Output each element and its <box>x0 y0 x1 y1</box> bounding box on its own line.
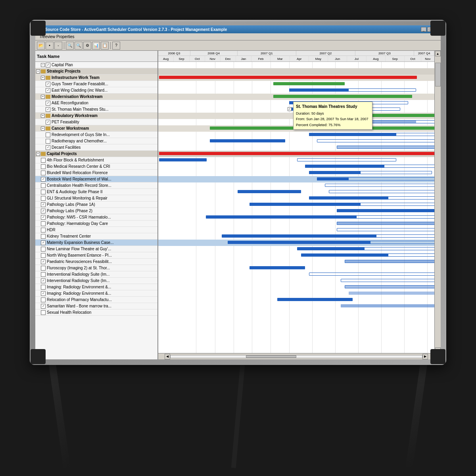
expand-icon[interactable]: − <box>36 152 40 156</box>
task-checkbox[interactable] <box>41 158 46 163</box>
gantt-row-section <box>158 151 434 157</box>
task-checkbox[interactable] <box>41 221 46 226</box>
task-checkbox[interactable]: ✓ <box>41 278 46 283</box>
expand-icon[interactable]: − <box>41 76 45 80</box>
task-checkbox[interactable]: ✓ <box>41 209 46 213</box>
task-checkbox[interactable]: ✓ <box>46 145 50 150</box>
gantt-row <box>158 81 434 87</box>
task-row: Pathology: Haematology Day Care <box>35 221 157 227</box>
task-row: 4th Floor Block & Refurbishment <box>35 157 157 163</box>
gantt-bar-outline <box>337 209 434 212</box>
task-checkbox[interactable]: ✓ <box>46 82 50 86</box>
gantt-row <box>158 284 434 290</box>
task-checkbox[interactable] <box>41 164 46 169</box>
month-cell: Aug <box>158 56 174 61</box>
task-checkbox[interactable] <box>41 247 46 251</box>
task-list: − ✓ Capital Plan − Strategic Projects <box>35 62 157 359</box>
toolbar-dot2[interactable]: - <box>54 42 62 50</box>
task-row: ✓ Imaging: Radiology Environment &... <box>35 290 157 297</box>
task-checkbox[interactable] <box>41 272 46 277</box>
expand-icon[interactable]: − <box>41 114 45 118</box>
vertical-scrollbar: ▲ ▼ <box>434 51 441 359</box>
corner-tr <box>430 21 445 36</box>
task-checkbox[interactable] <box>46 139 50 144</box>
task-checkbox[interactable]: ✓ <box>46 88 50 93</box>
toolbar-open-btn[interactable]: 📂 <box>37 42 45 50</box>
task-checkbox[interactable]: ✓ <box>41 291 46 296</box>
scroll-right-btn[interactable]: ▶ <box>422 354 428 359</box>
gantt-row <box>158 144 434 151</box>
minimize-button[interactable]: _ <box>421 27 426 32</box>
gantt-month-header: Aug Sep Oct Nov Dec Jan Feb Mar Apr May … <box>158 56 434 62</box>
task-checkbox[interactable] <box>41 266 46 271</box>
month-cell: Aug <box>367 56 386 61</box>
task-checkbox[interactable]: ✓ <box>41 304 46 309</box>
scrollbar-v-thumb[interactable] <box>435 63 441 86</box>
gantt-row-section <box>158 68 434 75</box>
gantt-bar-outline <box>309 273 434 276</box>
task-row: ✓ Interventional Radiology Suite (Im... <box>35 278 157 284</box>
task-row: − Cancer Workstream <box>35 125 157 132</box>
gantt-bar-blue <box>349 292 434 295</box>
task-checkbox[interactable] <box>41 190 46 194</box>
month-cell: Nov <box>205 56 220 61</box>
task-row: ✓ Paediatric Neurosciences Feasibilit... <box>35 259 157 265</box>
gantt-bar-green <box>273 82 345 85</box>
task-row: Bio Medical Research Center & CRI <box>35 163 157 170</box>
task-checkbox[interactable] <box>41 253 46 258</box>
tooltip-title: St. Thomas Main Theatres Study <box>296 104 370 110</box>
gantt-row <box>158 163 434 170</box>
gantt-bar-outline <box>345 260 434 263</box>
easel-container: The Source Code Store - ActiveGantt Sche… <box>20 20 456 456</box>
gantt-row <box>158 182 434 189</box>
toolbar-zoom-btn[interactable]: 🔍 <box>66 42 74 50</box>
horizontal-scrollbar: ◀ ▶ <box>158 353 434 359</box>
toolbar-btn5[interactable]: 📋 <box>101 42 109 50</box>
expand-icon[interactable]: − <box>41 127 45 131</box>
expand-icon[interactable]: − <box>36 69 40 73</box>
task-checkbox[interactable] <box>41 285 46 290</box>
task-checkbox[interactable] <box>41 234 46 239</box>
task-checkbox[interactable] <box>41 196 46 201</box>
task-row: − Modernisation Workstream <box>35 94 157 100</box>
task-checkbox[interactable] <box>41 310 46 315</box>
scroll-left-btn[interactable]: ◀ <box>165 354 170 359</box>
task-checkbox[interactable] <box>41 298 46 302</box>
task-checkbox[interactable]: ✓ <box>41 177 46 182</box>
gantt-row <box>158 87 434 94</box>
month-cell: Dec <box>221 56 236 61</box>
task-checkbox[interactable] <box>41 183 46 188</box>
task-row: Fluroscopy (Imaging 2) at St. Thor... <box>35 265 157 271</box>
task-checkbox[interactable] <box>41 171 46 175</box>
task-row: − Strategic Projects <box>35 68 157 75</box>
scrollbar-track <box>170 355 422 358</box>
expand-icon[interactable]: − <box>41 63 45 67</box>
task-checkbox[interactable]: ✓ <box>41 259 46 264</box>
task-checkbox[interactable]: ✓ <box>46 63 50 67</box>
task-checkbox[interactable]: ✓ <box>46 120 50 125</box>
gantt-row <box>158 189 434 195</box>
expand-icon[interactable]: − <box>41 95 45 99</box>
toolbar-help-btn[interactable]: ? <box>112 42 120 50</box>
toolbar-zoom2-btn[interactable]: 🔍 <box>75 42 83 50</box>
tooltip-percent: Percent Completed: 75.76% <box>296 122 370 128</box>
scrollbar-thumb[interactable] <box>246 355 296 358</box>
window-title: The Source Code Store - ActiveGantt Sche… <box>37 27 227 32</box>
task-checkbox[interactable]: ✓ <box>41 215 46 220</box>
scroll-up-btn[interactable]: ▲ <box>435 51 441 56</box>
month-cell: Feb <box>251 56 271 61</box>
task-checkbox[interactable]: ✓ <box>46 107 50 112</box>
task-checkbox[interactable]: ✓ <box>41 240 46 245</box>
toolbar-btn3[interactable]: ⚙ <box>83 42 91 50</box>
toolbar-btn4[interactable]: 📊 <box>92 42 100 50</box>
task-checkbox[interactable] <box>41 228 46 232</box>
gantt-row <box>158 233 434 240</box>
task-row: Relocation of Pharmacy Manufactu... <box>35 297 157 303</box>
tooltip-from: From: Sun Jan 28, 2007 To Sun Mar 18, 20… <box>296 116 370 122</box>
task-checkbox[interactable]: ✓ <box>46 101 50 106</box>
task-marker: ✓ <box>288 107 292 111</box>
toolbar-dot1[interactable]: • <box>46 42 54 50</box>
task-row: Redevelopment of Guys Site In... <box>35 132 157 138</box>
task-checkbox[interactable]: ✓ <box>41 202 46 207</box>
task-checkbox[interactable] <box>46 132 50 137</box>
